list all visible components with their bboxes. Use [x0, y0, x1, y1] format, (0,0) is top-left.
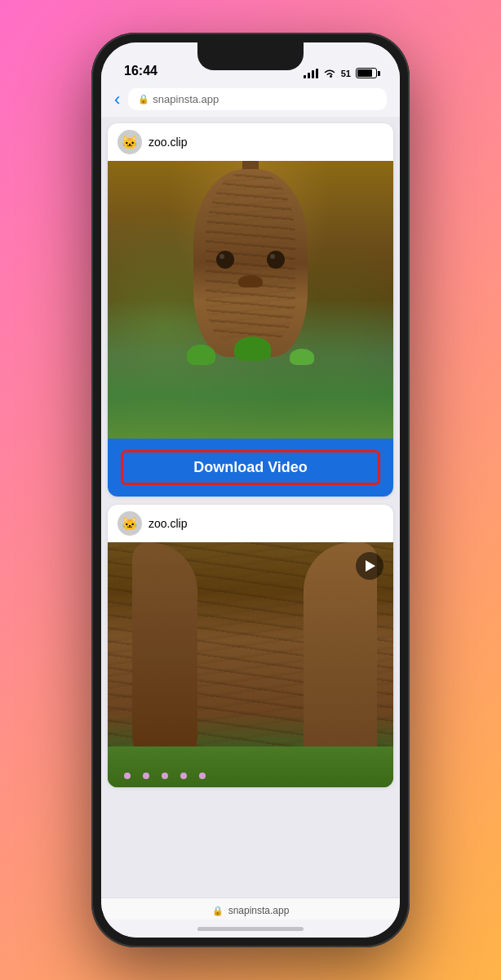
card-2-username: zoo.clip [149, 517, 187, 530]
browser-bar: ‹ 🔒 snapinsta.app [101, 83, 400, 117]
bottom-domain: snapinsta.app [228, 905, 290, 916]
card-2: 🐱 zoo.clip [108, 505, 393, 787]
phone-screen: 16:44 51 ‹ [101, 42, 400, 938]
groot-head-svg [185, 169, 316, 357]
browser-content: 🐱 zoo.clip [101, 117, 400, 898]
download-btn-container: Download Video [108, 439, 393, 497]
play-button-overlay[interactable] [356, 552, 384, 580]
download-video-button[interactable]: Download Video [121, 450, 380, 485]
home-bar [197, 927, 304, 931]
card-1-thumbnail[interactable] [108, 161, 393, 439]
card-1-header: 🐱 zoo.clip [108, 123, 393, 161]
card-2-header: 🐱 zoo.clip [108, 505, 393, 542]
battery-icon [356, 68, 377, 78]
card-2-thumbnail[interactable] [108, 542, 393, 787]
signal-icon [304, 69, 318, 78]
home-indicator[interactable] [101, 920, 400, 938]
browser-url-bar[interactable]: 🔒 snapinsta.app [128, 88, 387, 110]
card-1-avatar: 🐱 [117, 130, 142, 154]
bottom-bar: 🔒 snapinsta.app [101, 898, 400, 920]
avatar-emoji: 🐱 [122, 135, 138, 150]
card-1-username: zoo.clip [149, 136, 187, 149]
browser-back-button[interactable]: ‹ [114, 89, 120, 110]
url-text: snapinsta.app [153, 93, 219, 105]
card-2-avatar: 🐱 [117, 511, 142, 536]
groot-face-image [108, 161, 393, 439]
avatar-2-emoji: 🐱 [122, 516, 138, 532]
phone-frame: 16:44 51 ‹ [91, 33, 410, 947]
status-time: 16:44 [124, 64, 157, 78]
battery-percent: 51 [341, 69, 351, 78]
card-1: 🐱 zoo.clip [108, 123, 393, 497]
url-lock-icon: 🔒 [138, 94, 149, 105]
notch [197, 42, 304, 70]
bottom-lock-icon: 🔒 [212, 906, 224, 916]
groot-body-image [108, 542, 393, 787]
wifi-icon [323, 69, 336, 78]
status-icons: 51 [304, 68, 377, 78]
